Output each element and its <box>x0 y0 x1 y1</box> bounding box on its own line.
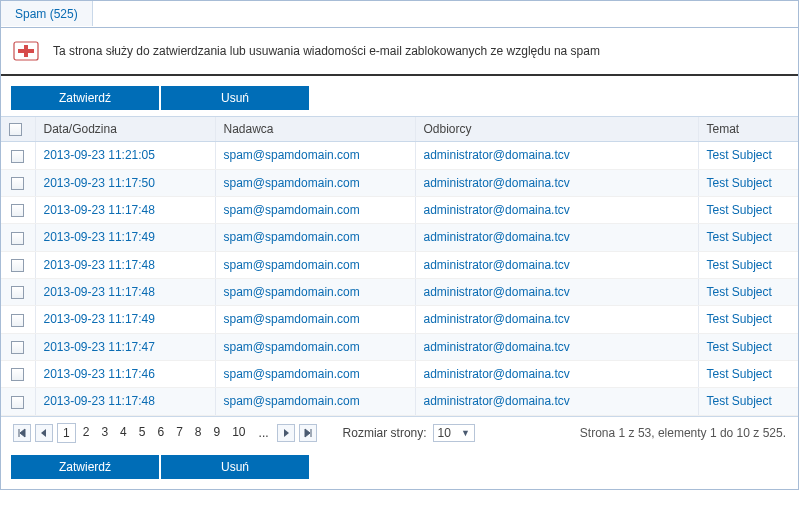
cell-recipients: administrator@domaina.tcv <box>415 169 698 196</box>
table-row[interactable]: 2013-09-23 11:17:50spam@spamdomain.comad… <box>1 169 798 196</box>
pager-page-7[interactable]: 7 <box>171 423 188 443</box>
cell-subject: Test Subject <box>698 333 798 360</box>
app-window: Spam (525) Ta strona służy do zatwierdza… <box>0 0 799 490</box>
pager-page-2[interactable]: 2 <box>78 423 95 443</box>
cell-sender: spam@spamdomain.com <box>215 333 415 360</box>
table-row[interactable]: 2013-09-23 11:17:47spam@spamdomain.comad… <box>1 333 798 360</box>
table-row[interactable]: 2013-09-23 11:17:49spam@spamdomain.comad… <box>1 306 798 333</box>
spam-table: Data/Godzina Nadawca Odbiorcy Temat 2013… <box>1 116 798 416</box>
cell-recipients: administrator@domaina.tcv <box>415 306 698 333</box>
col-header-datetime[interactable]: Data/Godzina <box>35 117 215 142</box>
cell-datetime: 2013-09-23 11:17:50 <box>35 169 215 196</box>
table-row[interactable]: 2013-09-23 11:17:48spam@spamdomain.comad… <box>1 388 798 415</box>
info-bar: Ta strona służy do zatwierdzania lub usu… <box>1 28 798 76</box>
cell-sender: spam@spamdomain.com <box>215 278 415 305</box>
cell-subject: Test Subject <box>698 224 798 251</box>
toolbar-bottom: Zatwierdź Usuń <box>1 449 798 489</box>
cell-recipients: administrator@domaina.tcv <box>415 224 698 251</box>
cell-subject: Test Subject <box>698 306 798 333</box>
cell-sender: spam@spamdomain.com <box>215 196 415 223</box>
cell-recipients: administrator@domaina.tcv <box>415 251 698 278</box>
pager-last-button[interactable] <box>299 424 317 442</box>
row-checkbox[interactable] <box>11 204 24 217</box>
page-size-select[interactable]: 10 ▼ <box>433 424 475 442</box>
cell-datetime: 2013-09-23 11:21:05 <box>35 142 215 169</box>
help-cross-icon <box>13 38 39 64</box>
cell-recipients: administrator@domaina.tcv <box>415 333 698 360</box>
cell-datetime: 2013-09-23 11:17:47 <box>35 333 215 360</box>
cell-subject: Test Subject <box>698 278 798 305</box>
table-row[interactable]: 2013-09-23 11:21:05spam@spamdomain.comad… <box>1 142 798 169</box>
pager-ellipsis[interactable]: ... <box>255 424 273 442</box>
row-checkbox[interactable] <box>11 286 24 299</box>
cell-sender: spam@spamdomain.com <box>215 360 415 387</box>
info-text: Ta strona służy do zatwierdzania lub usu… <box>53 44 600 58</box>
pager-page-9[interactable]: 9 <box>209 423 226 443</box>
row-checkbox[interactable] <box>11 341 24 354</box>
col-header-recipients[interactable]: Odbiorcy <box>415 117 698 142</box>
cell-subject: Test Subject <box>698 142 798 169</box>
tab-spam[interactable]: Spam (525) <box>1 1 93 26</box>
cell-datetime: 2013-09-23 11:17:48 <box>35 388 215 415</box>
row-checkbox[interactable] <box>11 259 24 272</box>
table-row[interactable]: 2013-09-23 11:17:48spam@spamdomain.comad… <box>1 251 798 278</box>
col-header-checkbox <box>1 117 35 142</box>
cell-subject: Test Subject <box>698 196 798 223</box>
cell-sender: spam@spamdomain.com <box>215 306 415 333</box>
page-size: Rozmiar strony: 10 ▼ <box>343 424 475 442</box>
cell-sender: spam@spamdomain.com <box>215 169 415 196</box>
tab-bar: Spam (525) <box>1 1 798 28</box>
table-row[interactable]: 2013-09-23 11:17:48spam@spamdomain.comad… <box>1 278 798 305</box>
cell-datetime: 2013-09-23 11:17:49 <box>35 306 215 333</box>
cell-sender: spam@spamdomain.com <box>215 142 415 169</box>
pager-page-1[interactable]: 1 <box>57 423 76 443</box>
cell-subject: Test Subject <box>698 360 798 387</box>
delete-button-bottom[interactable]: Usuń <box>161 455 309 479</box>
pager-controls: 12345678910 ... Rozmiar strony: 10 ▼ <box>13 423 475 443</box>
pager-page-3[interactable]: 3 <box>96 423 113 443</box>
row-checkbox[interactable] <box>11 368 24 381</box>
cell-datetime: 2013-09-23 11:17:48 <box>35 196 215 223</box>
pager-page-10[interactable]: 10 <box>227 423 250 443</box>
pager-page-4[interactable]: 4 <box>115 423 132 443</box>
cell-subject: Test Subject <box>698 251 798 278</box>
col-header-sender[interactable]: Nadawca <box>215 117 415 142</box>
page-size-value: 10 <box>438 426 451 440</box>
pager-page-8[interactable]: 8 <box>190 423 207 443</box>
cell-subject: Test Subject <box>698 169 798 196</box>
row-checkbox[interactable] <box>11 177 24 190</box>
table-row[interactable]: 2013-09-23 11:17:48spam@spamdomain.comad… <box>1 196 798 223</box>
row-checkbox[interactable] <box>11 396 24 409</box>
delete-button-top[interactable]: Usuń <box>161 86 309 110</box>
approve-button-top[interactable]: Zatwierdź <box>11 86 159 110</box>
pager-page-6[interactable]: 6 <box>152 423 169 443</box>
cell-sender: spam@spamdomain.com <box>215 388 415 415</box>
cell-datetime: 2013-09-23 11:17:46 <box>35 360 215 387</box>
table-row[interactable]: 2013-09-23 11:17:46spam@spamdomain.comad… <box>1 360 798 387</box>
cell-recipients: administrator@domaina.tcv <box>415 142 698 169</box>
pager-summary: Strona 1 z 53, elementy 1 do 10 z 525. <box>580 426 786 440</box>
col-header-subject[interactable]: Temat <box>698 117 798 142</box>
cell-datetime: 2013-09-23 11:17:49 <box>35 224 215 251</box>
select-all-checkbox[interactable] <box>9 123 22 136</box>
pager: 12345678910 ... Rozmiar strony: 10 ▼ Str… <box>1 416 798 449</box>
cell-recipients: administrator@domaina.tcv <box>415 388 698 415</box>
cell-recipients: administrator@domaina.tcv <box>415 278 698 305</box>
row-checkbox[interactable] <box>11 150 24 163</box>
pager-page-5[interactable]: 5 <box>134 423 151 443</box>
cell-recipients: administrator@domaina.tcv <box>415 360 698 387</box>
row-checkbox[interactable] <box>11 232 24 245</box>
toolbar-top: Zatwierdź Usuń <box>1 76 798 116</box>
row-checkbox[interactable] <box>11 314 24 327</box>
cell-datetime: 2013-09-23 11:17:48 <box>35 251 215 278</box>
table-header-row: Data/Godzina Nadawca Odbiorcy Temat <box>1 117 798 142</box>
approve-button-bottom[interactable]: Zatwierdź <box>11 455 159 479</box>
svg-rect-2 <box>18 49 34 53</box>
table-row[interactable]: 2013-09-23 11:17:49spam@spamdomain.comad… <box>1 224 798 251</box>
cell-recipients: administrator@domaina.tcv <box>415 196 698 223</box>
pager-first-button[interactable] <box>13 424 31 442</box>
pager-next-button[interactable] <box>277 424 295 442</box>
page-size-label: Rozmiar strony: <box>343 426 427 440</box>
cell-datetime: 2013-09-23 11:17:48 <box>35 278 215 305</box>
pager-prev-button[interactable] <box>35 424 53 442</box>
